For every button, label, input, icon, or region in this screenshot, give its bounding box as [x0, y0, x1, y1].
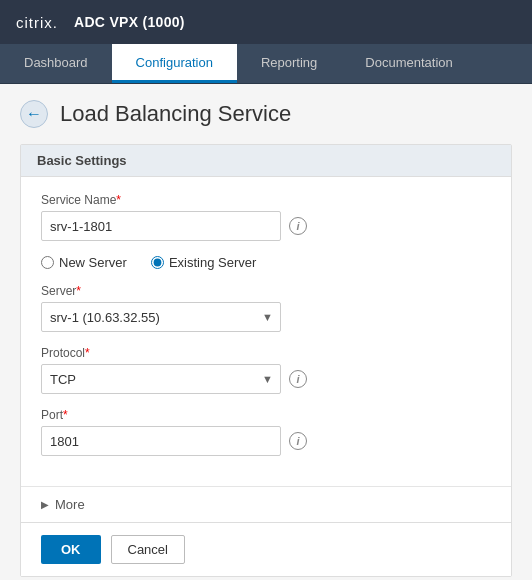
- more-arrow-icon: ▶: [41, 499, 49, 510]
- service-name-group: Service Name* i: [41, 193, 491, 241]
- main-content: ← Load Balancing Service Basic Settings …: [0, 84, 532, 580]
- new-server-radio[interactable]: [41, 256, 54, 269]
- more-label: More: [55, 497, 85, 512]
- protocol-group: Protocol* TCP UDP HTTP HTTPS ▼ i: [41, 346, 491, 394]
- protocol-select-wrapper: TCP UDP HTTP HTTPS ▼: [41, 364, 281, 394]
- port-input-row: i: [41, 426, 491, 456]
- app-title: ADC VPX (1000): [74, 14, 185, 30]
- service-name-label: Service Name*: [41, 193, 491, 207]
- existing-server-label: Existing Server: [169, 255, 256, 270]
- more-section[interactable]: ▶ More: [21, 486, 511, 522]
- form-section-header: Basic Settings: [21, 145, 511, 177]
- ok-button[interactable]: OK: [41, 535, 101, 564]
- port-input[interactable]: [41, 426, 281, 456]
- port-info-icon[interactable]: i: [289, 432, 307, 450]
- port-label: Port*: [41, 408, 491, 422]
- protocol-input-row: TCP UDP HTTP HTTPS ▼ i: [41, 364, 491, 394]
- tab-dashboard[interactable]: Dashboard: [0, 44, 112, 83]
- tab-configuration[interactable]: Configuration: [112, 44, 237, 83]
- citrix-logo: citrix.: [16, 14, 58, 31]
- page-title: Load Balancing Service: [60, 101, 291, 127]
- protocol-info-icon[interactable]: i: [289, 370, 307, 388]
- form-card: Basic Settings Service Name* i New Serve…: [20, 144, 512, 577]
- existing-server-radio[interactable]: [151, 256, 164, 269]
- page-header: ← Load Balancing Service: [20, 100, 512, 128]
- server-select-wrapper: srv-1 (10.63.32.55) ▼: [41, 302, 281, 332]
- cancel-button[interactable]: Cancel: [111, 535, 185, 564]
- top-bar: citrix. ADC VPX (1000): [0, 0, 532, 44]
- logo-text: citrix.: [16, 14, 58, 31]
- server-label: Server*: [41, 284, 491, 298]
- back-button[interactable]: ←: [20, 100, 48, 128]
- form-footer: OK Cancel: [21, 522, 511, 576]
- server-type-radio-group: New Server Existing Server: [41, 255, 491, 270]
- service-name-input[interactable]: [41, 211, 281, 241]
- port-group: Port* i: [41, 408, 491, 456]
- tab-reporting[interactable]: Reporting: [237, 44, 341, 83]
- server-select[interactable]: srv-1 (10.63.32.55): [41, 302, 281, 332]
- new-server-label: New Server: [59, 255, 127, 270]
- new-server-radio-item[interactable]: New Server: [41, 255, 127, 270]
- nav-tabs: Dashboard Configuration Reporting Docume…: [0, 44, 532, 84]
- existing-server-radio-item[interactable]: Existing Server: [151, 255, 256, 270]
- server-group: Server* srv-1 (10.63.32.55) ▼: [41, 284, 491, 332]
- service-name-info-icon[interactable]: i: [289, 217, 307, 235]
- service-name-input-row: i: [41, 211, 491, 241]
- protocol-label: Protocol*: [41, 346, 491, 360]
- protocol-select[interactable]: TCP UDP HTTP HTTPS: [41, 364, 281, 394]
- tab-documentation[interactable]: Documentation: [341, 44, 476, 83]
- form-body: Service Name* i New Server Existing Serv…: [21, 177, 511, 486]
